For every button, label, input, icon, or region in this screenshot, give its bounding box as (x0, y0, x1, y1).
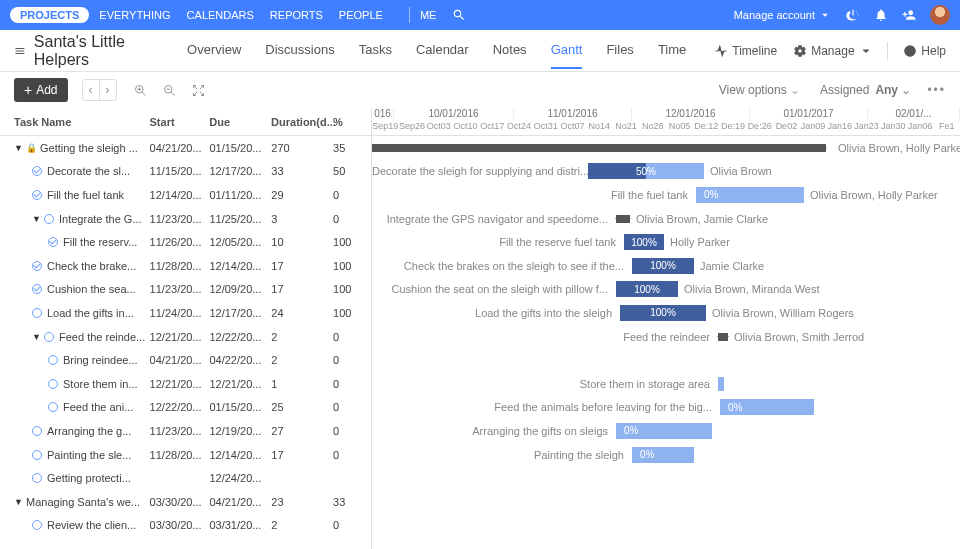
check-icon[interactable] (48, 355, 58, 365)
zoom-out-icon[interactable] (162, 83, 177, 98)
task-row[interactable]: Cushion the sea...11/23/20...12/09/20...… (0, 278, 371, 302)
tab-tasks[interactable]: Tasks (359, 32, 392, 69)
help-button[interactable]: Help (903, 44, 946, 58)
gantt-row[interactable] (372, 466, 960, 490)
tab-calendar[interactable]: Calendar (416, 32, 469, 69)
task-row[interactable]: Arranging the g...11/23/20...12/19/20...… (0, 419, 371, 443)
view-options[interactable]: View options ⌄ (719, 83, 800, 97)
gantt-row[interactable]: Painting the sleigh0% (372, 443, 960, 467)
gantt-row[interactable] (372, 490, 960, 514)
avatar[interactable] (930, 5, 950, 25)
task-row[interactable]: Review the clien...03/30/20...03/31/20..… (0, 514, 371, 538)
tab-files[interactable]: Files (606, 32, 633, 69)
expand-icon[interactable] (191, 83, 206, 98)
nav-people[interactable]: PEOPLE (339, 9, 383, 21)
pager-prev[interactable]: ‹ (83, 80, 100, 100)
gantt-row[interactable]: Load the gifts into the sleigh100%Olivia… (372, 301, 960, 325)
gantt-bar[interactable]: 100% (632, 258, 694, 274)
tab-gantt[interactable]: Gantt (551, 32, 583, 69)
assigned-filter[interactable]: Any ⌄ (875, 83, 911, 97)
check-icon[interactable] (32, 190, 42, 200)
gantt-bar[interactable]: 100% (624, 234, 664, 250)
gantt-row[interactable]: Fill the fuel tank0%Olivia Brown, Holly … (372, 183, 960, 207)
gantt-row[interactable]: Integrate the GPS navigator and speedome… (372, 207, 960, 231)
gantt-bar[interactable]: 0% (632, 447, 694, 463)
check-icon[interactable] (48, 237, 58, 247)
gantt-row[interactable]: Fill the reserve fuel tank100%Holly Park… (372, 230, 960, 254)
col-task-name[interactable]: Task Name (14, 116, 150, 128)
add-button[interactable]: +Add (14, 78, 68, 102)
add-user-icon[interactable] (902, 8, 916, 22)
pager-next[interactable]: › (100, 80, 116, 100)
col-due[interactable]: Due (209, 116, 271, 128)
nav-projects[interactable]: PROJECTS (10, 7, 89, 23)
check-icon[interactable] (32, 284, 42, 294)
zoom-in-icon[interactable] (133, 83, 148, 98)
check-icon[interactable] (32, 261, 42, 271)
gantt-bar[interactable]: 50% (588, 163, 704, 179)
gantt-row[interactable]: Store them in storage area (372, 372, 960, 396)
col-duration[interactable]: Duration(d... (271, 116, 333, 128)
power-icon[interactable] (846, 8, 860, 22)
task-row[interactable]: Fill the reserv...11/26/20...12/05/20...… (0, 230, 371, 254)
tab-time[interactable]: Time (658, 32, 686, 69)
caret-icon[interactable]: ▼ (14, 497, 26, 507)
manage-button[interactable]: Manage (793, 44, 872, 58)
menu-icon[interactable] (14, 43, 26, 59)
caret-icon[interactable]: ▼ (32, 214, 44, 224)
task-row[interactable]: Bring reindee...04/21/20...04/22/20...20 (0, 348, 371, 372)
timeline-button[interactable]: Timeline (714, 44, 777, 58)
tab-discussions[interactable]: Discussions (265, 32, 334, 69)
gantt-bar[interactable]: 100% (616, 281, 678, 297)
check-icon[interactable] (44, 332, 54, 342)
gantt-row[interactable]: Decorate the sleigh for supplying and di… (372, 160, 960, 184)
task-row[interactable]: Painting the sle...11/28/20...12/14/20..… (0, 443, 371, 467)
task-row[interactable]: ▼Integrate the G...11/23/20...11/25/20..… (0, 207, 371, 231)
more-menu[interactable]: ••• (927, 83, 946, 97)
task-row[interactable]: Feed the ani...12/22/20...01/15/20...250 (0, 396, 371, 420)
check-icon[interactable] (32, 426, 42, 436)
summary-bar[interactable] (372, 144, 826, 152)
task-row[interactable]: Load the gifts in...11/24/20...12/17/20.… (0, 301, 371, 325)
manage-account[interactable]: Manage account (734, 8, 832, 22)
task-row[interactable]: Fill the fuel tank12/14/20...01/11/20...… (0, 183, 371, 207)
gantt-row[interactable]: Feed the reindeerOlivia Brown, Smith Jer… (372, 325, 960, 349)
summary-bar[interactable] (616, 215, 630, 223)
caret-icon[interactable]: ▼ (14, 143, 26, 153)
check-icon[interactable] (44, 214, 54, 224)
bell-icon[interactable] (874, 8, 888, 22)
task-row[interactable]: ▼Feed the reinde...12/21/20...12/22/20..… (0, 325, 371, 349)
gantt-bar[interactable]: 0% (696, 187, 804, 203)
gantt-row[interactable]: Check the brakes on the sleigh to see if… (372, 254, 960, 278)
nav-calendars[interactable]: CALENDARS (187, 9, 254, 21)
caret-icon[interactable]: ▼ (32, 332, 44, 342)
gantt-row[interactable] (372, 348, 960, 372)
gantt-row[interactable]: Arranging the gifts on sleigs0% (372, 419, 960, 443)
tab-notes[interactable]: Notes (493, 32, 527, 69)
nav-reports[interactable]: REPORTS (270, 9, 323, 21)
task-row[interactable]: Store them in...12/21/20...12/21/20...10 (0, 372, 371, 396)
check-icon[interactable] (48, 402, 58, 412)
tab-overview[interactable]: Overview (187, 32, 241, 69)
summary-bar[interactable] (718, 333, 728, 341)
task-row[interactable]: Decorate the sl...11/15/20...12/17/20...… (0, 160, 371, 184)
gantt-bar[interactable]: 0% (720, 399, 814, 415)
nav-everything[interactable]: EVERYTHING (99, 9, 170, 21)
task-row[interactable]: Getting protecti...12/24/20... (0, 466, 371, 490)
task-row[interactable]: ▼Managing Santa's we...03/30/20...04/21/… (0, 490, 371, 514)
check-icon[interactable] (32, 308, 42, 318)
gantt-row[interactable]: Olivia Brown, Holly Parker, (372, 136, 960, 160)
check-icon[interactable] (32, 520, 42, 530)
check-icon[interactable] (32, 473, 42, 483)
gantt-row[interactable]: Feed the animals before leaving for the … (372, 396, 960, 420)
gantt-bar[interactable] (718, 377, 724, 391)
gantt-bar[interactable]: 100% (620, 305, 706, 321)
check-icon[interactable] (32, 166, 42, 176)
search-icon[interactable] (452, 8, 466, 22)
task-row[interactable]: Check the brake...11/28/20...12/14/20...… (0, 254, 371, 278)
check-icon[interactable] (48, 379, 58, 389)
gantt-row[interactable]: Cushion the seat on the sleigh with pill… (372, 278, 960, 302)
col-percent[interactable]: % (333, 116, 367, 128)
gantt-bar[interactable]: 0% (616, 423, 712, 439)
task-row[interactable]: ▼🔒Getting the sleigh ...04/21/20...01/15… (0, 136, 371, 160)
